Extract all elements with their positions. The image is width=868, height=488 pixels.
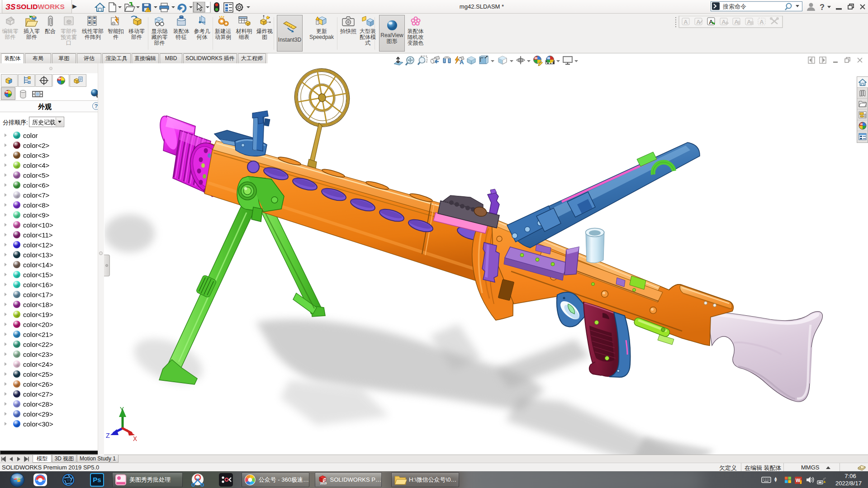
svg-text:A: A <box>696 19 701 25</box>
svg-text:A: A <box>721 19 726 25</box>
svg-text:Z: Z <box>106 432 110 440</box>
svg-text:SOLIDWORKS: SOLIDWORKS <box>16 3 65 10</box>
svg-text:?: ? <box>820 3 825 12</box>
svg-text:X: X <box>133 436 137 443</box>
svg-text:W: W <box>796 478 801 483</box>
svg-text:A: A <box>709 19 713 25</box>
svg-text:W: W <box>323 478 326 481</box>
svg-text:ЗS: ЗS <box>5 3 16 11</box>
svg-text:2019: 2019 <box>320 482 327 485</box>
svg-text:A: A <box>683 19 688 25</box>
svg-text:A: A <box>759 19 764 25</box>
svg-text:Y: Y <box>120 406 124 414</box>
svg-text:搜索命令: 搜索命令 <box>722 3 746 10</box>
svg-text:A: A <box>460 59 464 66</box>
svg-text:!: ! <box>147 8 149 12</box>
